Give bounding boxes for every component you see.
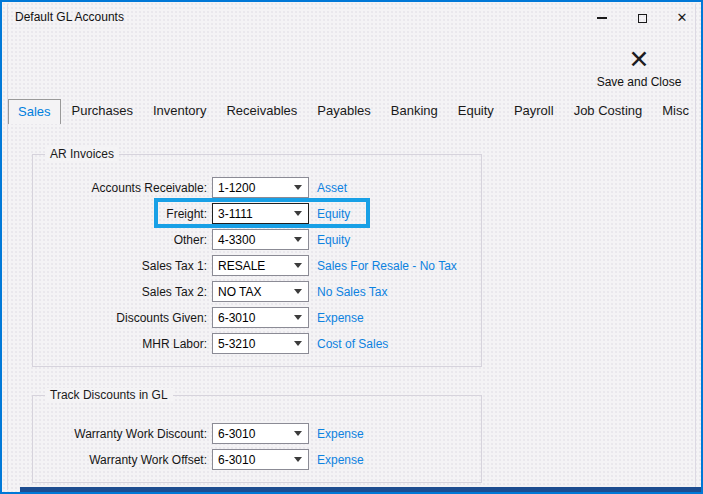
field-label: Warranty Work Discount: (33, 427, 212, 441)
combo-value: 1-1200 (218, 181, 255, 195)
field-label: Sales Tax 2: (33, 285, 212, 299)
minimize-icon (597, 17, 607, 19)
sales-tax-2-row: Sales Tax 2: NO TAX No Sales Tax (33, 281, 481, 302)
account-type-link[interactable]: Expense (317, 453, 364, 467)
default-gl-accounts-window: Default GL Accounts ✕ ✕ Save and Close S… (0, 0, 703, 494)
save-and-close-label: Save and Close (583, 75, 695, 89)
account-type-link[interactable]: Equity (317, 233, 350, 247)
chevron-down-icon (294, 185, 302, 190)
groupbox-title: AR Invoices (45, 147, 119, 161)
tab-misc[interactable]: Misc (653, 99, 698, 124)
warranty-work-discount-row: Warranty Work Discount: 6-3010 Expense (33, 423, 481, 444)
other-row: Other: 4-3300 Equity (33, 229, 481, 250)
ar-invoices-groupbox: AR Invoices Accounts Receivable: 1-1200 … (32, 154, 482, 367)
mhr-labor-combobox[interactable]: 5-3210 (212, 333, 309, 354)
ar-invoices-rows: Accounts Receivable: 1-1200 Asset Freigh… (33, 155, 481, 354)
chevron-down-icon (294, 341, 302, 346)
window-title: Default GL Accounts (15, 10, 124, 24)
discounts-given-combobox[interactable]: 6-3010 (212, 307, 309, 328)
account-type-link[interactable]: Cost of Sales (317, 337, 388, 351)
minimize-button[interactable] (595, 11, 609, 25)
warranty-work-discount-combobox[interactable]: 6-3010 (212, 423, 309, 444)
field-label: Sales Tax 1: (33, 259, 212, 273)
combo-value: 6-3010 (218, 453, 255, 467)
other-combobox[interactable]: 4-3300 (212, 229, 309, 250)
chevron-down-icon (294, 211, 302, 216)
combo-value: 6-3010 (218, 427, 255, 441)
tab-receivables[interactable]: Receivables (217, 99, 306, 124)
chevron-down-icon (294, 315, 302, 320)
combo-value: 5-3210 (218, 337, 255, 351)
warranty-work-offset-row: Warranty Work Offset: 6-3010 Expense (33, 449, 481, 470)
account-type-link[interactable]: No Sales Tax (317, 285, 387, 299)
window-inner-edge-left (7, 4, 8, 490)
mhr-labor-row: MHR Labor: 5-3210 Cost of Sales (33, 333, 481, 354)
window-bottom-accent-bar (20, 487, 701, 492)
chevron-down-icon (294, 289, 302, 294)
combo-value: 3-1111 (218, 207, 253, 221)
warranty-work-offset-combobox[interactable]: 6-3010 (212, 449, 309, 470)
chevron-down-icon (294, 431, 302, 436)
combo-value: 4-3300 (218, 233, 255, 247)
maximize-icon (638, 14, 647, 23)
field-label: Accounts Receivable: (33, 181, 212, 195)
close-button[interactable]: ✕ (675, 11, 689, 25)
maximize-button[interactable] (635, 11, 649, 25)
tab-payables[interactable]: Payables (308, 99, 379, 124)
field-label: Discounts Given: (33, 311, 212, 325)
combo-value: 6-3010 (218, 311, 255, 325)
combo-value: RESALE (218, 259, 265, 273)
tab-equity[interactable]: Equity (449, 99, 503, 124)
window-inner-edge-right (695, 4, 696, 490)
close-icon: ✕ (677, 11, 688, 25)
freight-combobox[interactable]: 3-1111 (212, 203, 309, 224)
groupbox-title: Track Discounts in GL (45, 388, 173, 402)
track-discounts-rows: Warranty Work Discount: 6-3010 Expense W… (33, 396, 481, 470)
sales-tax-1-row: Sales Tax 1: RESALE Sales For Resale - N… (33, 255, 481, 276)
tab-sales[interactable]: Sales (8, 99, 61, 124)
discounts-given-row: Discounts Given: 6-3010 Expense (33, 307, 481, 328)
tab-bar: Sales Purchases Inventory Receivables Pa… (8, 99, 701, 124)
chevron-down-icon (294, 237, 302, 242)
tab-purchases[interactable]: Purchases (63, 99, 142, 124)
account-type-link[interactable]: Sales For Resale - No Tax (317, 259, 457, 273)
accounts-receivable-row: Accounts Receivable: 1-1200 Asset (33, 177, 481, 198)
combo-value: NO TAX (218, 285, 262, 299)
tab-banking[interactable]: Banking (382, 99, 447, 124)
sales-tax-2-combobox[interactable]: NO TAX (212, 281, 309, 302)
accounts-receivable-combobox[interactable]: 1-1200 (212, 177, 309, 198)
field-label: Warranty Work Offset: (33, 453, 212, 467)
sales-tax-1-combobox[interactable]: RESALE (212, 255, 309, 276)
freight-row: Freight: 3-1111 Equity (33, 203, 481, 224)
tab-inventory[interactable]: Inventory (144, 99, 215, 124)
field-label: MHR Labor: (33, 337, 212, 351)
account-type-link[interactable]: Asset (317, 181, 347, 195)
window-controls: ✕ (595, 2, 689, 34)
tab-payroll[interactable]: Payroll (505, 99, 563, 124)
field-label: Other: (33, 233, 212, 247)
chevron-down-icon (294, 263, 302, 268)
account-type-link[interactable]: Expense (317, 311, 364, 325)
chevron-down-icon (294, 457, 302, 462)
field-label: Freight: (33, 207, 212, 221)
tab-job-costing[interactable]: Job Costing (565, 99, 652, 124)
track-discounts-groupbox: Track Discounts in GL Warranty Work Disc… (32, 395, 482, 483)
x-icon: ✕ (583, 46, 695, 72)
account-type-link[interactable]: Expense (317, 427, 364, 441)
account-type-link[interactable]: Equity (317, 207, 350, 221)
save-and-close-button[interactable]: ✕ Save and Close (583, 46, 695, 89)
